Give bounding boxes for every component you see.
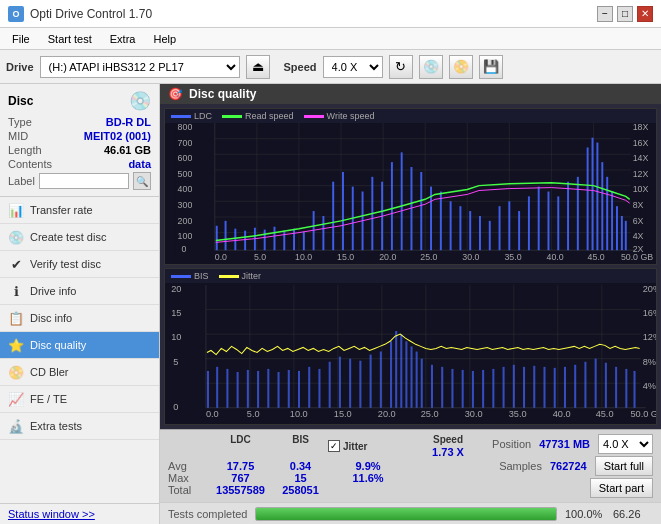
- menu-extra[interactable]: Extra: [102, 31, 144, 47]
- svg-text:45.0: 45.0: [588, 252, 605, 260]
- svg-rect-49: [225, 221, 227, 250]
- svg-rect-150: [390, 341, 392, 407]
- samples-row: Samples 762724 Start full: [499, 456, 653, 476]
- drive-select[interactable]: (H:) ATAPI iHBS312 2 PL17: [40, 56, 240, 78]
- svg-rect-59: [322, 216, 324, 250]
- svg-rect-132: [207, 371, 209, 408]
- sidebar-item-disc-quality[interactable]: ⭐ Disc quality: [0, 332, 159, 359]
- svg-text:4%: 4%: [643, 381, 656, 391]
- svg-rect-74: [469, 211, 471, 250]
- sidebar-item-drive-info[interactable]: ℹ Drive info: [0, 278, 159, 305]
- samples-value: 762724: [550, 460, 587, 472]
- start-full-button[interactable]: Start full: [595, 456, 653, 476]
- sidebar-item-verify-test-disc[interactable]: ✔ Verify test disc: [0, 251, 159, 278]
- svg-text:5.0: 5.0: [254, 252, 266, 260]
- svg-rect-88: [596, 143, 598, 251]
- svg-rect-140: [288, 370, 290, 408]
- svg-rect-51: [244, 231, 246, 251]
- write-speed-legend: Write speed: [304, 111, 375, 121]
- svg-rect-60: [332, 182, 334, 251]
- samples-label: Samples: [499, 460, 542, 472]
- svg-rect-80: [528, 196, 530, 250]
- window-controls: − □ ✕: [597, 6, 653, 22]
- ldc-legend-label: LDC: [194, 111, 212, 121]
- svg-text:5.0: 5.0: [247, 409, 260, 419]
- mid-label: MID: [8, 130, 28, 142]
- type-value: BD-R DL: [106, 116, 151, 128]
- svg-text:10.0: 10.0: [290, 409, 308, 419]
- svg-text:15: 15: [171, 308, 181, 318]
- svg-text:5: 5: [173, 357, 178, 367]
- start-part-button[interactable]: Start part: [590, 478, 653, 498]
- svg-text:700: 700: [178, 138, 193, 148]
- position-row: Position 47731 MB 4.0 X: [492, 434, 653, 454]
- mid-value: MEIT02 (001): [84, 130, 151, 142]
- svg-text:40.0: 40.0: [553, 409, 571, 419]
- svg-text:20: 20: [171, 284, 181, 294]
- sidebar-item-label-cd-bler: CD Bler: [30, 366, 69, 378]
- svg-text:14X: 14X: [633, 153, 649, 163]
- svg-text:8%: 8%: [643, 357, 656, 367]
- disc-button1[interactable]: 💿: [419, 55, 443, 79]
- svg-rect-139: [278, 372, 280, 408]
- speed-select-toolbar[interactable]: 4.0 X: [323, 56, 383, 78]
- svg-rect-155: [416, 352, 418, 408]
- svg-rect-50: [234, 229, 236, 251]
- svg-rect-66: [391, 162, 393, 250]
- jitter-checkbox[interactable]: ✓: [328, 440, 340, 452]
- sidebar: Disc 💿 Type BD-R DL MID MEIT02 (001) Len…: [0, 84, 160, 524]
- read-speed-legend: Read speed: [222, 111, 294, 121]
- sidebar-item-label-disc-quality: Disc quality: [30, 339, 86, 351]
- svg-rect-152: [400, 334, 402, 408]
- svg-rect-168: [543, 367, 545, 408]
- menu-start-test[interactable]: Start test: [40, 31, 100, 47]
- position-label: Position: [492, 438, 531, 450]
- svg-rect-165: [513, 365, 515, 408]
- contents-label: Contents: [8, 158, 52, 170]
- sidebar-item-disc-info[interactable]: 📋 Disc info: [0, 305, 159, 332]
- speed-select-stats[interactable]: 4.0 X: [598, 434, 653, 454]
- verify-test-disc-icon: ✔: [8, 256, 24, 272]
- minimize-button[interactable]: −: [597, 6, 613, 22]
- progress-bar: [255, 507, 557, 521]
- top-chart-legend: LDC Read speed Write speed: [165, 109, 656, 123]
- svg-text:35.0: 35.0: [509, 409, 527, 419]
- menu-file[interactable]: File: [4, 31, 38, 47]
- total-label: Total: [168, 484, 208, 496]
- sidebar-item-extra-tests[interactable]: 🔬 Extra tests: [0, 413, 159, 440]
- sidebar-item-label-fe-te: FE / TE: [30, 393, 67, 405]
- save-button[interactable]: 💾: [479, 55, 503, 79]
- svg-rect-159: [451, 369, 453, 408]
- sidebar-item-create-test-disc[interactable]: 💿 Create test disc: [0, 224, 159, 251]
- speed-display: 1.73 X: [408, 446, 488, 458]
- type-label: Type: [8, 116, 32, 128]
- svg-rect-145: [339, 357, 341, 408]
- sidebar-item-cd-bler[interactable]: 📀 CD Bler: [0, 359, 159, 386]
- svg-rect-167: [533, 366, 535, 408]
- sidebar-item-label-disc-info: Disc info: [30, 312, 72, 324]
- svg-rect-77: [499, 206, 501, 250]
- maximize-button[interactable]: □: [617, 6, 633, 22]
- sidebar-item-fe-te[interactable]: 📈 FE / TE: [0, 386, 159, 413]
- refresh-button[interactable]: ↻: [389, 55, 413, 79]
- svg-rect-82: [548, 192, 550, 251]
- svg-text:35.0: 35.0: [504, 252, 521, 260]
- svg-text:800: 800: [178, 123, 193, 132]
- label-button[interactable]: 🔍: [133, 172, 151, 190]
- status-window-button[interactable]: Status window >>: [0, 503, 159, 524]
- top-chart-svg: 800 700 600 500 400 300 200 100 0 18X 16…: [165, 123, 656, 260]
- sidebar-item-transfer-rate[interactable]: 📊 Transfer rate: [0, 197, 159, 224]
- svg-text:0.0: 0.0: [206, 409, 219, 419]
- svg-rect-92: [616, 206, 618, 250]
- svg-rect-93: [621, 216, 623, 250]
- disc-button2[interactable]: 📀: [449, 55, 473, 79]
- svg-text:25.0: 25.0: [421, 409, 439, 419]
- label-input[interactable]: [39, 173, 129, 189]
- svg-text:0: 0: [182, 244, 187, 254]
- svg-text:50.0 GB: 50.0 GB: [621, 252, 653, 260]
- eject-button[interactable]: ⏏: [246, 55, 270, 79]
- menu-help[interactable]: Help: [145, 31, 184, 47]
- svg-rect-161: [472, 371, 474, 408]
- quality-header-icon: 🎯: [168, 87, 183, 101]
- close-button[interactable]: ✕: [637, 6, 653, 22]
